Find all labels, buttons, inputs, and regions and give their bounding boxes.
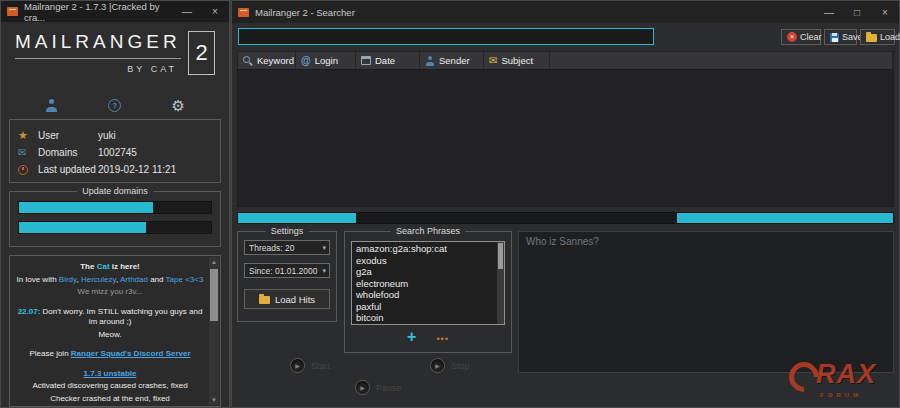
- start-button[interactable]: ▶: [290, 358, 305, 373]
- news-line: The Cat iz here!: [14, 262, 206, 273]
- clock-icon: [18, 165, 28, 175]
- progress-fill: [19, 222, 146, 233]
- user-label: User: [38, 130, 98, 141]
- column-header-date[interactable]: Date: [356, 52, 420, 69]
- news-scrollbar[interactable]: ▲ ▼: [209, 257, 219, 405]
- stop-button[interactable]: ▶: [430, 358, 445, 373]
- text-segment: <3<3: [183, 275, 203, 284]
- search-phrases-groupbox: Search Phrases amazon:g2a:shop:cat exodu…: [344, 231, 512, 353]
- column-header-keyword[interactable]: Keyword: [238, 52, 296, 69]
- person-icon: [425, 56, 435, 66]
- main-window: Mailranger 2 - 1.7.3 |Cracked by cra... …: [0, 0, 230, 408]
- user-mention: Birdy: [59, 275, 77, 284]
- list-scrollbar[interactable]: [497, 242, 504, 324]
- list-item[interactable]: electroneum: [356, 278, 494, 290]
- progress-fill: [19, 202, 153, 213]
- add-phrase-button[interactable]: +: [407, 330, 416, 344]
- minimize-button[interactable]: —: [173, 1, 201, 22]
- news-line: In love with Birdy, Herculezy, Arthdad a…: [14, 275, 206, 286]
- user-icon[interactable]: [45, 99, 58, 112]
- threads-value: Threads: 20: [249, 243, 294, 253]
- pause-button[interactable]: ▶: [355, 380, 370, 395]
- search-input[interactable]: [238, 28, 654, 45]
- minimize-button[interactable]: —: [815, 1, 843, 23]
- column-label: Login: [315, 55, 338, 66]
- list-item[interactable]: amazon:g2a:shop:cat: [356, 243, 494, 255]
- since-date-dropdown[interactable]: Since: 01.01.2000 ▾: [244, 263, 330, 278]
- column-label: Keyword: [257, 55, 294, 66]
- brand-text: MAILRANGER: [15, 31, 181, 59]
- search-icon: [243, 56, 253, 66]
- last-updated-value: 2019-02-12 11:21: [98, 164, 212, 175]
- close-button[interactable]: ×: [871, 1, 899, 23]
- text-segment: iz here!: [110, 262, 140, 271]
- news-panel: The Cat iz here! In love with Birdy, Her…: [9, 255, 221, 407]
- column-header-subject[interactable]: ✉ Subject: [484, 52, 550, 69]
- column-label: Subject: [501, 55, 533, 66]
- list-item[interactable]: exodus: [356, 255, 494, 267]
- column-header-sender[interactable]: Sender: [420, 52, 484, 69]
- envelope-icon: ✉: [18, 147, 38, 158]
- scrollbar-thumb[interactable]: [498, 243, 503, 269]
- column-label: Date: [375, 55, 395, 66]
- app-icon: [7, 7, 18, 16]
- domains-row: ✉ Domains 1002745: [18, 144, 212, 161]
- chevron-down-icon: ▾: [322, 244, 326, 252]
- text-segment: The: [80, 262, 96, 271]
- list-item[interactable]: wholefood: [356, 289, 494, 301]
- user-mention: Arthdad: [120, 275, 148, 284]
- logo: MAILRANGER BY CAT 2: [15, 31, 215, 75]
- update-domains-panel: Update domains: [9, 191, 221, 247]
- main-window-titlebar: Mailranger 2 - 1.7.3 |Cracked by cra... …: [1, 1, 229, 22]
- column-header-login[interactable]: @ Login: [296, 52, 356, 69]
- results-table-body: [237, 69, 894, 207]
- list-item[interactable]: paxful: [356, 301, 494, 313]
- load-hits-button[interactable]: Load Hits: [244, 289, 330, 309]
- progress-fill: [677, 213, 893, 223]
- column-header-filler: [550, 52, 893, 69]
- load-button[interactable]: Load: [860, 29, 895, 45]
- play-icon: ▶: [295, 362, 300, 369]
- scroll-up-icon[interactable]: ▲: [209, 257, 219, 267]
- play-icon: ▶: [435, 362, 440, 369]
- user-mention: Herculezy: [81, 275, 116, 284]
- save-button[interactable]: Save: [824, 29, 857, 45]
- cat-name: Cat: [97, 262, 110, 271]
- news-content: The Cat iz here! In love with Birdy, Her…: [14, 262, 206, 406]
- news-line: Meow.: [14, 330, 206, 341]
- searcher-window: Mailranger 2 - Searcher — □ × × Clear Sa…: [231, 0, 900, 408]
- folder-icon: [259, 296, 270, 304]
- text-segment: In love with: [17, 275, 59, 284]
- close-button[interactable]: ×: [201, 1, 229, 22]
- more-options-button[interactable]: •••: [436, 334, 448, 344]
- list-item[interactable]: bitcoin: [356, 312, 494, 324]
- changelog-link-173[interactable]: 1.7.3 unstable: [14, 369, 206, 380]
- search-phrases-label: Search Phrases: [391, 226, 465, 236]
- desktop: Mailranger 2 - 1.7.3 |Cracked by cra... …: [0, 0, 900, 408]
- help-icon[interactable]: ?: [108, 99, 121, 112]
- maximize-button[interactable]: □: [843, 1, 871, 23]
- last-updated-label: Last updated: [38, 164, 98, 175]
- since-value: Since: 01.01.2000: [249, 266, 318, 276]
- text-segment: and: [148, 275, 166, 284]
- gear-icon[interactable]: ⚙: [172, 98, 185, 113]
- settings-label: Settings: [266, 226, 309, 236]
- last-updated-row: Last updated 2019-02-12 11:21: [18, 161, 212, 178]
- discord-link[interactable]: Ranger Squad's Discord Server: [71, 349, 191, 358]
- search-phrases-list[interactable]: amazon:g2a:shop:cat exodus g2a electrone…: [351, 241, 505, 325]
- scroll-down-icon[interactable]: ▼: [209, 395, 219, 405]
- news-line: We mizz you r3v...: [14, 287, 206, 298]
- text-segment: Please join: [29, 349, 70, 358]
- threads-dropdown[interactable]: Threads: 20 ▾: [244, 240, 330, 255]
- clear-button[interactable]: × Clear: [781, 29, 821, 45]
- save-icon: [830, 33, 839, 42]
- news-line: Checker crashed at the end, fixed: [14, 394, 206, 405]
- notes-textarea[interactable]: [518, 231, 894, 373]
- scrollbar-thumb[interactable]: [210, 269, 218, 321]
- progress-fill: [238, 213, 356, 223]
- nav-icon-bar: ? ⚙: [1, 97, 229, 113]
- list-item[interactable]: g2a: [356, 266, 494, 278]
- user-value: yuki: [98, 130, 212, 141]
- search-progressbar: [237, 212, 894, 224]
- news-line: Please join Ranger Squad's Discord Serve…: [14, 349, 206, 360]
